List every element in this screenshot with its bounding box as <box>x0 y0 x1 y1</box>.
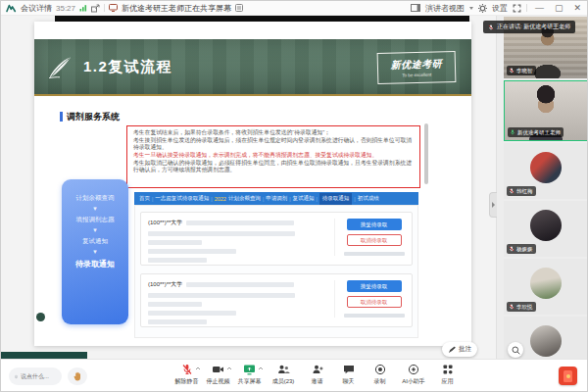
nav-item: 首页 <box>139 195 150 202</box>
members-icon <box>277 364 290 375</box>
speaking-banner-text: 正在讲话: 新优途考研王老师 <box>497 23 570 31</box>
placeholder-bar <box>186 220 294 225</box>
placeholder-bar <box>148 319 207 324</box>
stop-video-button[interactable]: 停止视频 <box>205 364 231 386</box>
shared-screen-view: 1.2复试流程 新优途考研 To be excellent 调剂服务系统 考生在… <box>1 16 496 359</box>
presentation-slide: 1.2复试流程 新优途考研 To be excellent 调剂服务系统 考生在… <box>34 22 471 346</box>
arrow-down-icon: ▼ <box>92 228 98 233</box>
section-title: 调剂服务系统 <box>60 112 120 122</box>
fullscreen-icon[interactable] <box>513 4 521 13</box>
nav-item-active: 待录取通知 <box>319 193 353 205</box>
mic-muted-icon <box>509 188 514 194</box>
step-item: 复试通知 <box>82 237 108 246</box>
sidebar-collapse-handle[interactable] <box>489 192 497 218</box>
screen-share-icon <box>109 4 118 12</box>
caret-up-icon[interactable] <box>195 367 201 370</box>
record-button[interactable]: 录制 <box>367 364 393 386</box>
ai-assistant-button[interactable]: AI小助手 <box>398 364 429 386</box>
magnifier-icon <box>512 346 520 355</box>
unmute-button[interactable]: 解除静音 <box>173 364 200 386</box>
speaking-indicator: 正在讲话: 新优途考研王老师 <box>483 21 575 33</box>
placeholder-bar <box>148 293 295 298</box>
participant-tile[interactable]: 杨媛媛 <box>504 201 588 257</box>
mic-muted-icon <box>509 246 514 252</box>
notice-line: 考生如取消已确认的待录取通知，必须征得招生单位同意，由招生单位取消待录取通知，且… <box>133 160 414 174</box>
nav-item: 一志愿复试待录取通知 <box>155 195 209 202</box>
placeholder-bar <box>148 302 202 307</box>
university-name: (100**)**大学 <box>148 280 182 289</box>
brand-logo: 新优途考研 To be excellent <box>377 51 457 84</box>
participant-tile[interactable]: 李欣悦 <box>504 259 588 315</box>
notice-line: 考生接到招生单位发送的待录取通知后，须在招生单位规定时间内登录调剂系统进行确认，… <box>133 137 414 152</box>
chevron-down-icon <box>469 7 473 10</box>
notice-line-highlight: 考生一旦确认接受待录取通知，表示调剂完成，将不能再填报调剂志愿、接受复试或待录取… <box>133 152 414 160</box>
cancel-admission-button: 取消待录取 <box>347 234 402 246</box>
share-banner: 新优途考研王老师正在共享屏幕 <box>122 3 231 14</box>
tencent-meeting-logo <box>6 3 17 13</box>
placeholder-bar <box>344 314 405 318</box>
placeholder-bar <box>148 311 236 316</box>
chat-button[interactable]: 聊天 <box>335 364 362 386</box>
university-name: (100**)**大学 <box>148 219 182 227</box>
avatar <box>530 210 562 241</box>
zoom-button[interactable] <box>508 342 523 358</box>
participant-name: 李晓智 <box>516 68 533 74</box>
members-button[interactable]: 成员(23) <box>268 364 299 386</box>
raise-hand-button[interactable] <box>68 368 87 385</box>
share-screen-button[interactable]: 共享屏幕 <box>236 364 263 386</box>
nav-item: 复试通知 <box>293 195 315 202</box>
record-icon <box>374 364 386 375</box>
slide-decoration-dot <box>36 313 45 321</box>
cancel-admission-button: 取消待录取 <box>347 296 402 308</box>
toolbar-items: 解除静音 停止视频 共享屏幕 成员(23) 邀请 <box>173 364 461 386</box>
apps-button[interactable]: 应用 <box>434 364 461 386</box>
caret-up-icon[interactable] <box>258 367 264 370</box>
caret-up-icon[interactable] <box>226 367 232 370</box>
placeholder-bar <box>186 282 294 287</box>
meeting-duration: 35:27 <box>56 4 75 13</box>
share-detail-icon[interactable] <box>235 4 243 12</box>
avatar <box>530 325 562 357</box>
view-mode-button[interactable]: 演讲者视图 <box>425 3 465 14</box>
mic-muted-icon <box>509 304 514 310</box>
avatar <box>530 152 562 183</box>
maximize-button[interactable]: ▢ <box>552 2 566 15</box>
meeting-info-button[interactable]: 会议详情 <box>21 3 52 14</box>
floating-window-icon[interactable] <box>91 4 100 13</box>
camera-icon <box>212 364 224 375</box>
annotate-button[interactable]: 批注 <box>442 342 477 357</box>
apps-grid-icon <box>442 364 454 375</box>
mic-on-icon <box>510 129 515 135</box>
nav-item: 计划余额查询 <box>228 195 261 202</box>
raised-hand-icon <box>74 371 82 381</box>
red-packet-button[interactable] <box>559 367 577 385</box>
placeholder-bar <box>148 240 202 245</box>
notice-line: 考生在复试结束后，如果符合录取条件，将收到招生单位发送的“待录取通知”； <box>133 129 414 137</box>
share-screen-icon <box>243 364 256 375</box>
accept-admission-button: 接受待录取 <box>347 219 402 230</box>
quick-chat-pill[interactable] <box>9 368 62 385</box>
invite-button[interactable]: 邀请 <box>304 364 330 386</box>
annotate-label: 批注 <box>459 345 471 354</box>
participant-tile[interactable]: 韩红梅 <box>504 143 588 199</box>
slide-title: 1.2复试流程 <box>83 58 172 76</box>
close-button[interactable]: ✕ <box>570 2 584 15</box>
participant-video-active[interactable]: 新优途考研王老师 <box>504 80 588 141</box>
quick-chat-input[interactable] <box>21 373 56 379</box>
pending-admission-list: (100**)**大学 接受待录取 取消待录取 (100**)**大学 <box>134 205 418 338</box>
step-item-active: 待录取通知 <box>75 259 115 270</box>
notice-box: 考生在复试结束后，如果符合录取条件，将收到招生单位发送的“待录取通知”； 考生接… <box>126 125 420 188</box>
step-item: 计划余额查询 <box>76 194 115 203</box>
red-packet-icon <box>564 370 572 382</box>
settings-button[interactable]: 设置 <box>492 3 508 14</box>
meeting-titlebar: 会议详情 35:27 新优途考研王老师正在共享屏幕 演讲者视图 设置 — ▢ ✕ <box>1 1 588 16</box>
slide-scrollbar <box>424 123 428 184</box>
participant-name: 李欣悦 <box>516 304 533 311</box>
nav-item: 申请调剂 <box>266 195 287 202</box>
nav-item-year: 2022 <box>215 196 226 202</box>
invite-person-icon <box>312 364 323 375</box>
ai-assistant-icon <box>408 364 419 375</box>
mic-icon <box>488 24 494 30</box>
minimize-button[interactable]: — <box>532 2 547 15</box>
quill-icon <box>47 56 73 79</box>
